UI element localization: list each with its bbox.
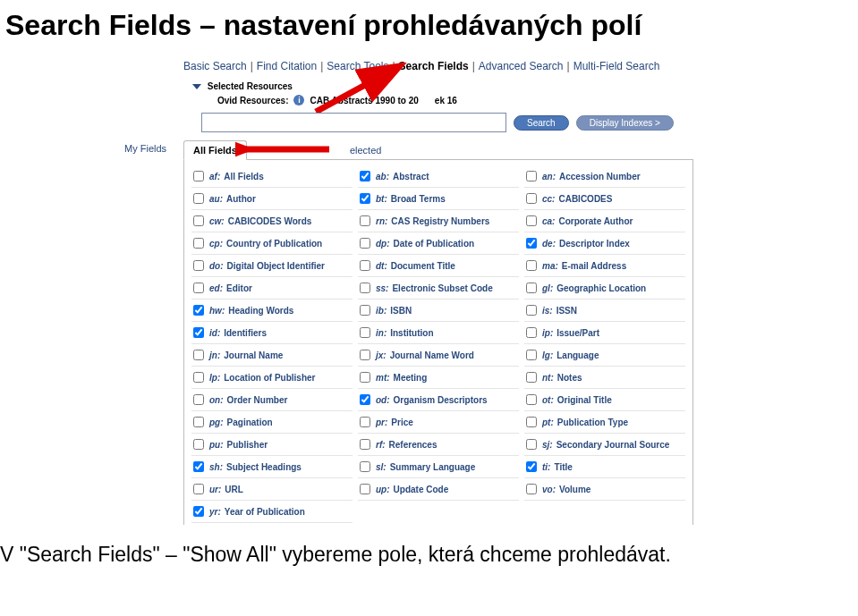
field-row[interactable]: dp:Date of Publication	[358, 232, 519, 255]
field-row[interactable]: ca:Corporate Author	[524, 210, 685, 232]
field-checkbox[interactable]	[360, 215, 370, 226]
field-checkbox[interactable]	[193, 350, 204, 360]
field-checkbox[interactable]	[526, 215, 537, 226]
nav-link[interactable]: Basic Search	[183, 60, 247, 72]
field-checkbox[interactable]	[193, 260, 204, 271]
field-row[interactable]: cw:CABICODES Words	[191, 210, 353, 232]
field-checkbox[interactable]	[526, 394, 537, 405]
info-icon[interactable]: i	[293, 95, 304, 105]
field-row[interactable]: sl:Summary Language	[358, 456, 519, 478]
field-row[interactable]: pt:Publication Type	[524, 411, 685, 434]
field-checkbox[interactable]	[193, 193, 204, 204]
field-checkbox[interactable]	[193, 238, 204, 249]
field-row[interactable]: an:Accession Number	[524, 165, 685, 188]
tab-my-fields[interactable]: My Fields	[124, 143, 166, 154]
selected-resources-header[interactable]: Selected Resources	[194, 81, 693, 91]
nav-link[interactable]: Search Tools	[327, 60, 388, 72]
field-checkbox[interactable]	[360, 283, 370, 293]
field-row[interactable]: gl:Geographic Location	[524, 277, 685, 300]
field-checkbox[interactable]	[360, 439, 370, 450]
field-checkbox[interactable]	[360, 350, 370, 360]
field-checkbox[interactable]	[526, 484, 537, 494]
field-checkbox[interactable]	[526, 260, 537, 271]
field-checkbox[interactable]	[193, 283, 204, 293]
field-checkbox[interactable]	[193, 372, 204, 383]
field-row[interactable]: ss:Electronic Subset Code	[358, 277, 519, 300]
field-checkbox[interactable]	[193, 327, 204, 338]
field-row[interactable]: id:Identifiers	[191, 322, 353, 344]
field-checkbox[interactable]	[193, 484, 204, 494]
field-row[interactable]: sh:Subject Headings	[191, 456, 353, 478]
field-checkbox[interactable]	[526, 283, 537, 293]
field-row[interactable]: cp:Country of Publication	[191, 232, 353, 255]
field-checkbox[interactable]	[193, 305, 204, 316]
field-row[interactable]: yr:Year of Publication	[191, 501, 353, 523]
field-checkbox[interactable]	[526, 372, 537, 383]
field-row[interactable]: sj:Secondary Journal Source	[524, 434, 685, 456]
field-checkbox[interactable]	[360, 193, 370, 204]
field-row[interactable]: pg:Pagination	[191, 411, 353, 434]
field-checkbox[interactable]	[526, 238, 537, 249]
field-checkbox[interactable]	[193, 215, 204, 226]
field-row[interactable]: od:Organism Descriptors	[358, 389, 519, 411]
field-row[interactable]: lp:Location of Publisher	[191, 367, 353, 389]
field-checkbox[interactable]	[526, 171, 537, 181]
field-checkbox[interactable]	[193, 506, 204, 517]
field-row[interactable]: mt:Meeting	[358, 367, 519, 389]
field-row[interactable]: vo:Volume	[524, 478, 685, 501]
field-row[interactable]: ed:Editor	[191, 277, 353, 300]
field-checkbox[interactable]	[360, 327, 370, 338]
field-row[interactable]: ib:ISBN	[358, 300, 519, 322]
field-checkbox[interactable]	[193, 439, 204, 450]
field-checkbox[interactable]	[526, 305, 537, 316]
field-checkbox[interactable]	[193, 394, 204, 405]
field-checkbox[interactable]	[360, 394, 370, 405]
field-row[interactable]: ot:Original Title	[524, 389, 685, 411]
resource-name[interactable]: CAB Abstracts 1990 to 20	[310, 96, 418, 105]
field-row[interactable]: jn:Journal Name	[191, 344, 353, 367]
tab-all-fields[interactable]: All Fields	[183, 140, 247, 160]
display-indexes-button[interactable]: Display Indexes >	[576, 115, 674, 131]
field-checkbox[interactable]	[193, 461, 204, 472]
field-row[interactable]: cc:CABICODES	[524, 188, 685, 210]
field-checkbox[interactable]	[193, 171, 204, 181]
field-row[interactable]: bt:Broad Terms	[358, 188, 519, 210]
search-button[interactable]: Search	[514, 115, 569, 131]
field-checkbox[interactable]	[526, 193, 537, 204]
field-row[interactable]: ur:URL	[191, 478, 353, 501]
field-checkbox[interactable]	[526, 461, 537, 472]
field-row[interactable]: dt:Document Title	[358, 255, 519, 277]
field-row[interactable]: pu:Publisher	[191, 434, 353, 456]
field-checkbox[interactable]	[360, 417, 370, 427]
field-row[interactable]: jx:Journal Name Word	[358, 344, 519, 367]
nav-link[interactable]: Multi-Field Search	[573, 60, 660, 72]
field-checkbox[interactable]	[360, 484, 370, 494]
nav-link[interactable]: Advanced Search	[479, 60, 564, 72]
field-checkbox[interactable]	[526, 350, 537, 360]
field-row[interactable]: pr:Price	[358, 411, 519, 434]
field-checkbox[interactable]	[360, 372, 370, 383]
field-row[interactable]: in:Institution	[358, 322, 519, 344]
tab-clear-selected[interactable]: elected	[341, 141, 390, 159]
field-checkbox[interactable]	[360, 305, 370, 316]
field-checkbox[interactable]	[360, 260, 370, 271]
nav-link[interactable]: Find Citation	[257, 60, 317, 72]
field-checkbox[interactable]	[360, 238, 370, 249]
nav-link[interactable]: Search Fields	[399, 60, 469, 72]
field-row[interactable]: ti:Title	[524, 456, 685, 478]
field-checkbox[interactable]	[526, 417, 537, 427]
field-row[interactable]: do:Digital Object Identifier	[191, 255, 353, 277]
field-checkbox[interactable]	[526, 439, 537, 450]
field-row[interactable]: au:Author	[191, 188, 353, 210]
field-row[interactable]: af:All Fields	[191, 165, 353, 188]
field-row[interactable]: ma:E-mail Address	[524, 255, 685, 277]
field-row[interactable]: rn:CAS Registry Numbers	[358, 210, 519, 232]
field-row[interactable]: de:Descriptor Index	[524, 232, 685, 255]
field-row[interactable]: up:Update Code	[358, 478, 519, 501]
field-row[interactable]: rf:References	[358, 434, 519, 456]
field-row[interactable]: is:ISSN	[524, 300, 685, 322]
field-checkbox[interactable]	[526, 327, 537, 338]
field-row[interactable]: ab:Abstract	[358, 165, 519, 188]
field-checkbox[interactable]	[360, 461, 370, 472]
field-row[interactable]: lg:Language	[524, 344, 685, 367]
